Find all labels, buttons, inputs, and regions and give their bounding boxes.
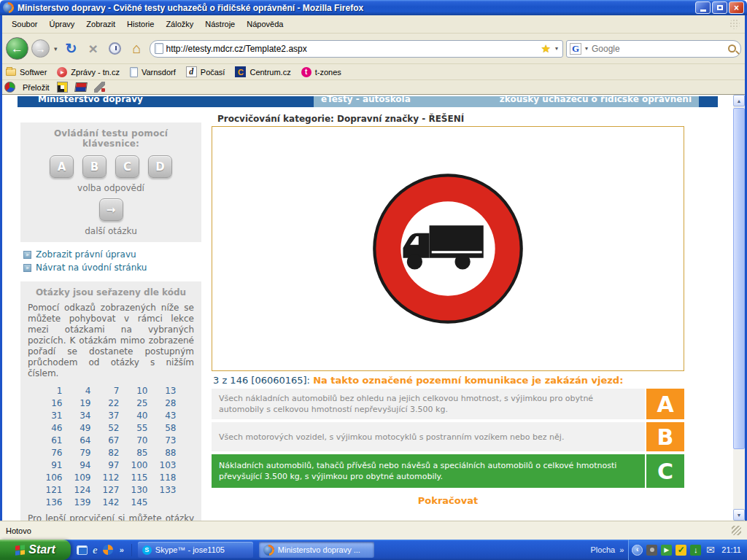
question-number-link[interactable]: 46 [40,423,69,433]
link-return-home[interactable]: Návrat na úvodní stránku [36,262,147,273]
question-number-link[interactable]: 85 [125,448,154,458]
tray-camera-icon[interactable] [646,545,657,556]
vertical-scrollbar[interactable]: ▲ ▼ [733,95,745,521]
scroll-up-button[interactable]: ▲ [733,95,745,106]
question-number-link[interactable]: 142 [97,497,125,508]
menu-upravy[interactable]: Úpravy [43,17,80,31]
question-number-link[interactable]: 64 [69,435,97,446]
home-button[interactable]: ⌂ [128,39,147,58]
url-bar[interactable]: ★ ▾ [150,40,563,58]
tray-mail-icon[interactable]: ✉ [705,545,716,556]
answer-row-a[interactable]: Všech nákladních automobilů bez ohledu n… [212,389,684,419]
minimize-button[interactable] [695,1,711,14]
question-number-link[interactable]: 118 [154,472,182,483]
question-number-link[interactable]: 79 [69,448,97,458]
stop-button[interactable]: × [84,39,103,58]
question-number-link[interactable]: 82 [97,448,125,458]
dictionary-icon[interactable] [74,82,88,92]
question-number-link[interactable]: 127 [97,485,125,495]
question-number-link[interactable]: 133 [154,485,182,495]
desktop-toolbar[interactable]: Plocha » [591,545,629,554]
bookmark-softwer[interactable]: Softwer [6,68,47,77]
answer-row-c-correct[interactable]: Nákladních automobilů, tahačů přívěsů ne… [212,454,684,488]
url-input[interactable] [166,44,538,54]
link-legal-row[interactable]: »Zobrazit právní úpravu [23,249,201,260]
media-player-icon[interactable] [103,545,113,555]
question-number-link[interactable]: 7 [97,386,125,396]
window-titlebar[interactable]: Ministerstvo dopravy - Cvičné testy ucha… [0,0,747,15]
question-number-link[interactable]: 43 [154,411,182,421]
start-button[interactable]: Start [0,540,71,560]
show-desktop-icon[interactable] [77,545,88,555]
close-button[interactable]: × [729,1,744,14]
bookmark-star-icon[interactable]: ★ [541,42,551,55]
answer-text[interactable]: Nákladních automobilů, tahačů přívěsů ne… [212,454,645,488]
menu-historie[interactable]: Historie [121,17,160,31]
question-number-link[interactable]: 106 [40,472,69,483]
hide-tray-icons-button[interactable]: ‹ [632,545,643,556]
bookmark-zpravy[interactable]: ▶Zprávy - tn.cz [57,67,120,77]
question-number-link[interactable]: 145 [125,497,154,508]
menu-soubor[interactable]: Soubor [6,17,43,31]
question-number-link[interactable]: 34 [69,411,97,421]
link-home-row[interactable]: »Návrat na úvodní stránku [23,262,201,273]
taskbar-clock[interactable]: 21:11 [721,545,741,554]
question-number-link[interactable]: 73 [154,435,182,446]
menu-zalozky[interactable]: Záložky [160,17,199,31]
question-number-link[interactable]: 52 [97,423,125,433]
search-input[interactable] [592,44,726,54]
history-button[interactable] [106,39,125,58]
answer-letter-badge[interactable]: A [646,389,684,419]
question-number-link[interactable]: 10 [125,386,154,396]
search-magnifier-icon[interactable] [728,44,736,52]
scroll-down-button[interactable]: ▼ [733,509,745,521]
task-button-firefox[interactable]: Ministerstvo dopravy ... [259,542,374,558]
tray-utility-icon[interactable]: ▶ [661,545,672,556]
answer-text[interactable]: Všech nákladních automobilů bez ohledu n… [212,389,645,419]
restore-button[interactable] [712,1,727,14]
resize-grip[interactable] [732,526,741,535]
scrollbar-thumb[interactable] [733,108,745,449]
menu-zobrazit[interactable]: Zobrazit [80,17,121,31]
question-number-link[interactable]: 103 [154,460,182,470]
translate-tools-icon[interactable] [94,82,105,93]
question-number-link[interactable]: 76 [40,448,69,458]
tray-update-icon[interactable]: ↓ [690,545,701,556]
tray-antivirus-icon[interactable]: ✓ [676,545,686,556]
quicklaunch-overflow-chevron[interactable]: » [118,545,125,554]
bookmark-tzones[interactable]: tt-zones [301,67,341,77]
translate-button[interactable]: Přeložit [23,83,50,92]
question-number-link[interactable]: 19 [69,398,97,408]
bookmark-pocasi[interactable]: dPočasí [186,66,225,77]
search-box[interactable]: G ▾ [566,40,741,58]
question-number-link[interactable]: 70 [125,435,154,446]
question-number-link[interactable]: 28 [154,398,182,408]
question-number-link[interactable]: 88 [154,448,182,458]
bookmark-centrum[interactable]: CCentrum.cz [235,66,290,77]
question-number-link[interactable]: 94 [69,460,97,470]
question-number-link[interactable]: 49 [69,423,97,433]
question-number-link[interactable]: 100 [125,460,154,470]
question-number-link[interactable]: 121 [40,485,69,495]
answer-letter-badge[interactable]: B [646,422,684,451]
question-number-link[interactable]: 16 [40,398,69,408]
question-number-link[interactable]: 109 [69,472,97,483]
bookmark-varnsdorf[interactable]: Varnsdorf [130,67,176,77]
question-number-link[interactable]: 25 [125,398,154,408]
question-number-link[interactable]: 67 [97,435,125,446]
question-number-link[interactable]: 22 [97,398,125,408]
question-number-link[interactable]: 55 [125,423,154,433]
question-number-link[interactable]: 139 [69,497,97,508]
internet-explorer-icon[interactable]: e [93,544,98,556]
question-number-link[interactable]: 97 [97,460,125,470]
question-number-link[interactable]: 124 [69,485,97,495]
back-button[interactable]: ← [6,37,28,60]
question-number-link[interactable]: 61 [40,435,69,446]
link-show-legal[interactable]: Zobrazit právní úpravu [36,249,136,260]
question-number-link[interactable]: 130 [125,485,154,495]
desktop-toolbar-chevron[interactable]: » [619,545,624,554]
question-number-link[interactable]: 13 [154,386,182,396]
question-number-link[interactable]: 4 [69,386,97,396]
url-dropdown-caret[interactable]: ▾ [554,45,560,52]
task-button-skype[interactable]: S Skype™ - jose1105 [138,542,253,558]
